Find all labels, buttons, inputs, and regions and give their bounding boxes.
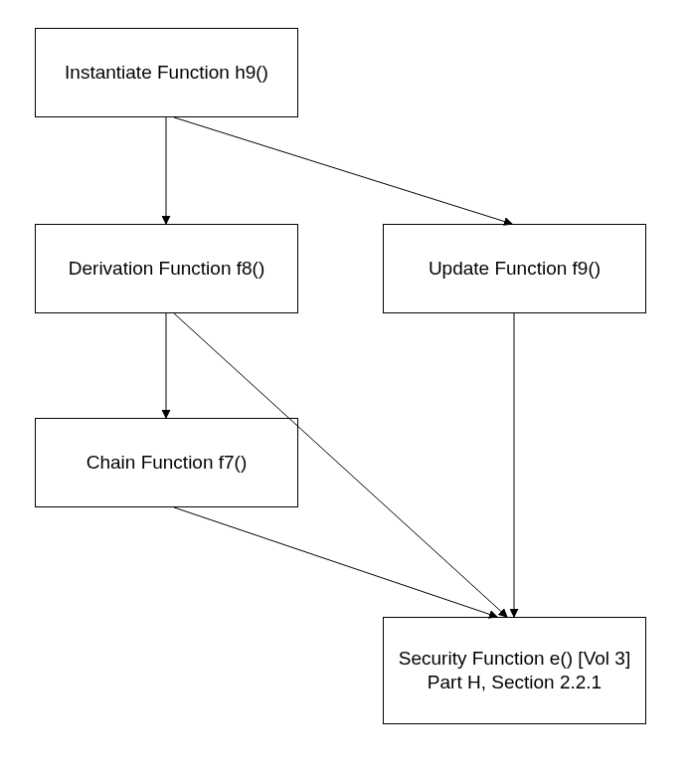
node-security: Security Function e() [Vol 3] Part H, Se… <box>383 617 646 724</box>
node-update-label: Update Function f9() <box>429 257 601 281</box>
edge-chain-security <box>174 507 497 617</box>
node-derivation-label: Derivation Function f8() <box>69 257 264 281</box>
node-instantiate-label: Instantiate Function h9() <box>65 61 268 85</box>
node-instantiate: Instantiate Function h9() <box>35 28 298 117</box>
node-chain-label: Chain Function f7() <box>86 451 248 475</box>
node-update: Update Function f9() <box>383 224 646 313</box>
node-chain: Chain Function f7() <box>35 418 298 507</box>
diagram-canvas: Instantiate Function h9() Derivation Fun… <box>0 0 689 784</box>
edge-instantiate-update <box>174 117 512 224</box>
node-derivation: Derivation Function f8() <box>35 224 298 313</box>
node-security-label: Security Function e() [Vol 3] Part H, Se… <box>392 647 637 694</box>
